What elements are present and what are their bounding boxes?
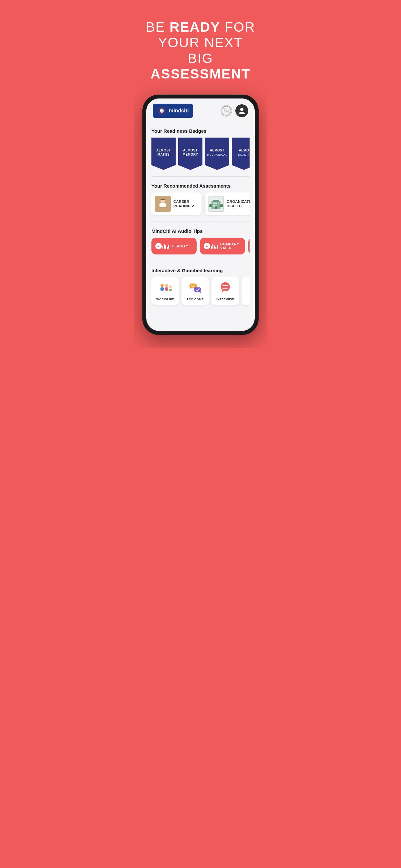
audio-card-clarity[interactable]: ▶ CLARITY	[151, 238, 197, 254]
learning-card-mam[interactable]: MAM...	[242, 277, 250, 305]
org-health-label: ORGANIZATIONHEALTH	[227, 199, 250, 209]
learning-card-worklife[interactable]: WORK/LIFE	[151, 277, 179, 305]
hero-line1: BE READY FOR	[143, 20, 258, 35]
divider-2	[151, 221, 250, 222]
svg-rect-16	[213, 205, 215, 207]
divider-1	[151, 176, 250, 177]
badges-scroll[interactable]: ALMOSTMATHS ALMOSTMEMORY ALMOSTMECHANICA…	[151, 137, 250, 173]
audio-card-more[interactable]: ▶	[248, 238, 250, 254]
svg-rect-13	[213, 203, 215, 204]
svg-rect-12	[213, 200, 219, 202]
procoms-label: PRO COMS	[187, 298, 204, 301]
phone-mockup-wrapper: mindciti Ads	[134, 95, 267, 348]
app-logo[interactable]: mindciti	[153, 104, 193, 118]
badge-almost-memory[interactable]: ALMOSTMEMORY	[178, 137, 203, 170]
svg-text:Ads: Ads	[223, 110, 229, 113]
audio-bars	[162, 244, 169, 249]
org-health-thumb	[208, 196, 224, 212]
svg-rect-24	[165, 287, 168, 290]
hero-section: BE READY FOR YOUR NEXT BIG ASSESSMENT	[134, 0, 267, 95]
svg-rect-18	[215, 206, 217, 209]
learning-scroll[interactable]: WORK/LIFE	[151, 277, 250, 307]
procoms-icon	[188, 281, 203, 295]
svg-point-23	[165, 284, 168, 287]
svg-rect-15	[218, 203, 219, 204]
profile-avatar[interactable]	[235, 104, 248, 117]
audio-play-icon: ▶	[155, 243, 169, 249]
svg-point-25	[169, 285, 172, 288]
clarity-label: CLARITY	[172, 244, 188, 248]
svg-rect-28	[194, 287, 201, 292]
audio-section: MindCiti AI Audio Tips ▶	[146, 223, 255, 259]
hero-line2: YOUR NEXT BIG	[143, 35, 258, 66]
worklife-label: WORK/LIFE	[156, 298, 174, 301]
assessment-org-health[interactable]: ORGANIZATIONHEALTH	[205, 192, 250, 215]
interview-icon	[218, 281, 233, 295]
svg-point-19	[209, 204, 212, 207]
hero-text: BE READY FOR YOUR NEXT BIG ASSESSMENT	[143, 20, 258, 82]
career-readiness-thumb	[155, 196, 171, 212]
interview-label: INTERVIEW	[216, 298, 234, 301]
hero-line3: ASSESSMENT	[143, 66, 258, 82]
assessments-title: Your Recommended Assessments	[151, 183, 250, 189]
career-readiness-label: CAREERREADINESS	[174, 199, 196, 209]
svg-rect-26	[169, 289, 172, 291]
ads-icon[interactable]: Ads	[220, 105, 232, 117]
badge-almost-maths[interactable]: ALMOSTMATHS	[151, 137, 176, 170]
learning-section: Interactive & Gamified learning	[146, 262, 255, 310]
audio-bars-2	[211, 244, 218, 249]
svg-rect-27	[189, 283, 197, 288]
phone-screen: mindciti Ads	[146, 98, 255, 331]
play-button-2[interactable]: ▶	[204, 243, 210, 249]
svg-point-20	[220, 204, 223, 207]
badges-section: Your Readiness Badges ALMOSTMATHS ALMOST…	[146, 123, 255, 175]
app-header: mindciti Ads	[146, 98, 255, 123]
learning-card-procoms[interactable]: PRO COMS	[181, 277, 209, 305]
brain-icon	[157, 106, 166, 115]
assessment-career-readiness[interactable]: CAREERREADINESS	[151, 192, 202, 215]
audio-title: MindCiti AI Audio Tips	[151, 228, 250, 234]
assessments-section: Your Recommended Assessments	[146, 178, 255, 220]
badge-almost-reading[interactable]: ALMOREADIN	[232, 137, 250, 170]
svg-rect-22	[160, 287, 164, 290]
svg-rect-9	[158, 207, 167, 208]
assessments-scroll[interactable]: CAREERREADINESS	[151, 192, 250, 218]
play-button[interactable]: ▶	[155, 243, 162, 249]
header-icons: Ads	[220, 104, 248, 117]
audio-scroll[interactable]: ▶ CLARITY	[151, 238, 250, 257]
audio-play-icon-2: ▶	[204, 243, 218, 249]
learning-title: Interactive & Gamified learning	[151, 268, 250, 273]
svg-rect-14	[215, 203, 217, 204]
mam-icon	[248, 281, 250, 295]
badges-title: Your Readiness Badges	[151, 128, 250, 134]
svg-point-5	[240, 108, 243, 111]
badge-almost-mechanical[interactable]: ALMOSTMECHANICAL	[205, 137, 229, 170]
audio-card-company-value[interactable]: ▶ COMPANYVALUE	[200, 238, 245, 254]
svg-point-1	[161, 110, 162, 112]
worklife-icon	[158, 281, 173, 295]
company-value-label: COMPANYVALUE	[220, 242, 239, 250]
divider-3	[151, 261, 250, 261]
svg-point-21	[160, 284, 164, 287]
phone-device: mindciti Ads	[143, 95, 258, 335]
logo-text: mindciti	[169, 108, 189, 114]
learning-card-interview[interactable]: INTERVIEW	[212, 277, 239, 305]
